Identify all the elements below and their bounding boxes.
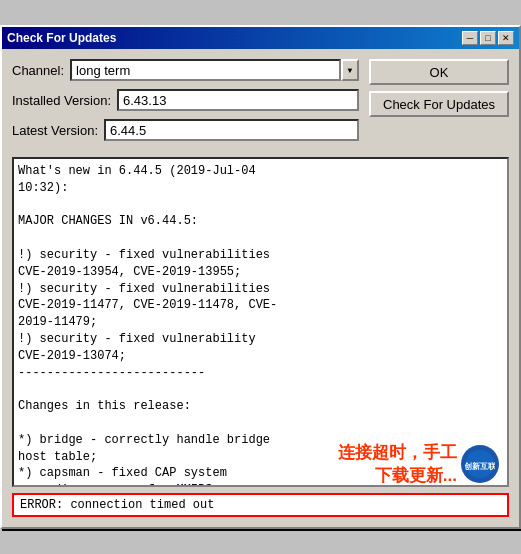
window-title: Check For Updates [7,31,116,45]
channel-dropdown-button[interactable]: ▼ [341,59,359,81]
error-bar: ERROR: connection timed out [12,493,509,517]
installed-version-input [117,89,359,111]
window-body: Channel: ▼ Installed Version: Latest Ver… [2,49,519,527]
installed-version-row: Installed Version: [12,89,359,111]
latest-version-input [104,119,359,141]
left-section: Channel: ▼ Installed Version: Latest Ver… [12,59,359,149]
ok-button[interactable]: OK [369,59,509,85]
installed-version-label: Installed Version: [12,93,111,108]
channel-row: Channel: ▼ [12,59,359,81]
changelog-textarea[interactable] [12,157,509,487]
check-for-updates-window: Check For Updates ─ □ ✕ Channel: ▼ [0,25,521,529]
title-bar: Check For Updates ─ □ ✕ [2,27,519,49]
latest-version-label: Latest Version: [12,123,98,138]
title-bar-controls: ─ □ ✕ [462,31,514,45]
channel-select[interactable]: ▼ [70,59,359,81]
channel-input[interactable] [70,59,341,81]
check-for-updates-button[interactable]: Check For Updates [369,91,509,117]
latest-version-row: Latest Version: [12,119,359,141]
changelog-container [12,157,509,487]
top-section: Channel: ▼ Installed Version: Latest Ver… [12,59,509,149]
error-text: ERROR: connection timed out [20,498,214,512]
close-button[interactable]: ✕ [498,31,514,45]
channel-label: Channel: [12,63,64,78]
restore-button[interactable]: □ [480,31,496,45]
right-buttons: OK Check For Updates [369,59,509,117]
minimize-button[interactable]: ─ [462,31,478,45]
